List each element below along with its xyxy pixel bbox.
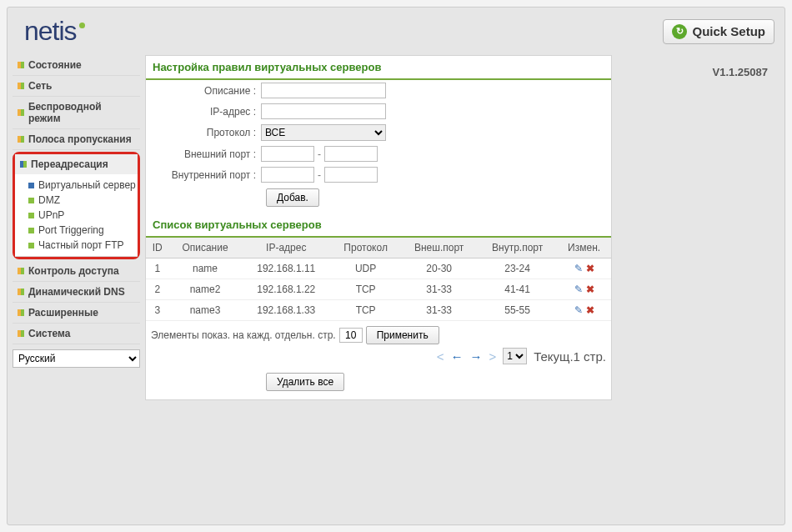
- th-edit: Измен.: [557, 238, 611, 258]
- page-prev-icon[interactable]: ←: [450, 349, 463, 364]
- quick-setup-button[interactable]: ↻ Quick Setup: [663, 19, 774, 44]
- edit-icon[interactable]: ✎: [574, 284, 583, 295]
- cell-proto: UDP: [331, 258, 400, 279]
- per-page-input[interactable]: [339, 328, 363, 343]
- language-select[interactable]: Русский: [13, 349, 140, 368]
- cell-ext: 20-30: [400, 258, 478, 279]
- ext-port-start-input[interactable]: [261, 146, 314, 162]
- per-page-label: Элементы показ. на кажд. отдельн. стр.: [151, 329, 336, 341]
- sidebar-sub-forwarding: Виртуальный сервер DMZ UPnP Port Trigger…: [15, 174, 138, 257]
- quick-setup-label: Quick Setup: [692, 24, 765, 38]
- sidebar-item-wireless[interactable]: Беспроводной режим: [13, 97, 140, 129]
- cell-proto: TCP: [331, 300, 400, 321]
- sidebar-item-ddns[interactable]: Динамический DNS: [13, 282, 140, 303]
- cell-id: 3: [146, 300, 169, 321]
- page-first-icon[interactable]: <: [437, 349, 444, 364]
- table-row: 1name192.168.1.11UDP20-3023-24✎✖: [146, 258, 611, 279]
- sidebar-sub-upnp[interactable]: UPnP: [28, 208, 138, 223]
- page-status: Текущ.1 стр.: [534, 349, 606, 364]
- ip-input[interactable]: [261, 103, 386, 119]
- label-ip: IP-адрес :: [153, 106, 261, 118]
- sidebar: Состояние Сеть Беспроводной режим Полоса…: [13, 55, 140, 400]
- ext-port-end-input[interactable]: [324, 146, 378, 162]
- edit-icon[interactable]: ✎: [574, 263, 583, 274]
- sidebar-item-status[interactable]: Состояние: [13, 55, 140, 76]
- list-title: Список виртуальных серверов: [146, 213, 611, 238]
- cell-ip: 192.168.1.22: [242, 279, 331, 300]
- protocol-select[interactable]: ВСЕ: [261, 124, 386, 141]
- label-description: Описание :: [153, 85, 261, 97]
- cell-ip: 192.168.1.11: [242, 258, 331, 279]
- sidebar-item-bandwidth[interactable]: Полоса пропускания: [13, 129, 140, 150]
- sidebar-item-system[interactable]: Система: [13, 324, 140, 344]
- cell-id: 2: [146, 279, 169, 300]
- int-port-start-input[interactable]: [261, 167, 314, 183]
- int-port-end-input[interactable]: [324, 167, 378, 183]
- version-label: V1.1.25087: [712, 66, 768, 78]
- description-input[interactable]: [261, 83, 386, 98]
- highlighted-forwarding-group: Переадресация Виртуальный сервер DMZ UPn…: [13, 152, 140, 259]
- delete-icon[interactable]: ✖: [586, 284, 594, 295]
- cell-ext: 31-33: [400, 279, 478, 300]
- sidebar-sub-virtual-server[interactable]: Виртуальный сервер: [28, 178, 138, 193]
- page-last-icon[interactable]: >: [489, 349, 496, 364]
- cell-desc: name: [169, 258, 242, 279]
- sidebar-item-access-control[interactable]: Контроль доступа: [13, 261, 140, 282]
- cell-ip: 192.168.1.33: [242, 300, 331, 321]
- cell-desc: name2: [169, 279, 242, 300]
- sidebar-sub-port-triggering[interactable]: Port Triggering: [28, 223, 138, 238]
- label-protocol: Протокол :: [153, 127, 261, 138]
- sidebar-item-network[interactable]: Сеть: [13, 76, 140, 97]
- table-row: 3name3192.168.1.33TCP31-3355-55✎✖: [146, 300, 611, 321]
- dash-separator: -: [318, 148, 321, 160]
- delete-icon[interactable]: ✖: [586, 263, 594, 274]
- cell-desc: name3: [169, 300, 242, 321]
- sidebar-sub-dmz[interactable]: DMZ: [28, 193, 138, 208]
- sidebar-item-forwarding[interactable]: Переадресация: [15, 154, 138, 174]
- th-ip: IP-адрес: [242, 238, 331, 258]
- th-int: Внутр.порт: [478, 238, 557, 258]
- th-desc: Описание: [169, 238, 242, 258]
- delete-all-button[interactable]: Удалить все: [266, 373, 344, 391]
- cell-int: 55-55: [478, 300, 557, 321]
- dash-separator: -: [318, 169, 321, 181]
- th-ext: Внеш.порт: [400, 238, 478, 258]
- label-int-port: Внутренний порт :: [153, 169, 261, 181]
- sidebar-sub-ftp-port[interactable]: Частный порт FTP: [28, 238, 138, 253]
- apply-button[interactable]: Применить: [366, 326, 439, 344]
- add-button[interactable]: Добав.: [266, 188, 319, 207]
- form-title: Настройка правил виртуальных серверов: [146, 56, 611, 80]
- page-select[interactable]: 1: [503, 348, 527, 364]
- th-proto: Протокол: [331, 238, 400, 258]
- pager: Элементы показ. на кажд. отдельн. стр. П…: [146, 321, 611, 369]
- cell-ext: 31-33: [400, 300, 478, 321]
- page-next-icon[interactable]: →: [469, 349, 482, 364]
- table-row: 2name2192.168.1.22TCP31-3341-41✎✖: [146, 279, 611, 300]
- edit-icon[interactable]: ✎: [574, 304, 583, 316]
- virtual-server-form-panel: Настройка правил виртуальных серверов Оп…: [145, 55, 612, 400]
- refresh-icon: ↻: [672, 24, 687, 39]
- cell-int: 23-24: [478, 258, 557, 279]
- cell-int: 41-41: [478, 279, 557, 300]
- cell-proto: TCP: [331, 279, 400, 300]
- delete-icon[interactable]: ✖: [586, 304, 594, 316]
- cell-id: 1: [146, 258, 169, 279]
- brand-logo: netis: [24, 16, 85, 47]
- virtual-server-table: ID Описание IP-адрес Протокол Внеш.порт …: [146, 238, 611, 321]
- sidebar-item-advanced[interactable]: Расширенные: [13, 303, 140, 324]
- label-ext-port: Внешний порт :: [153, 148, 261, 160]
- th-id: ID: [146, 238, 169, 258]
